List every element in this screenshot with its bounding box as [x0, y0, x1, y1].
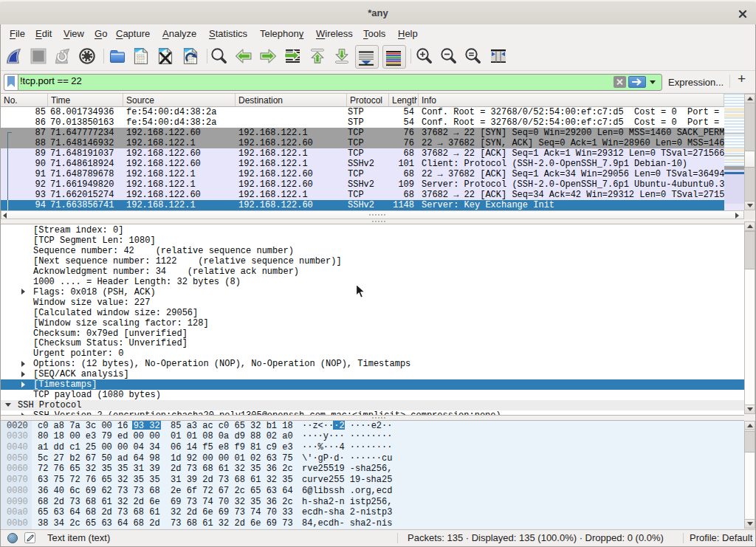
svg-text:0111: 0111: [137, 61, 145, 64]
